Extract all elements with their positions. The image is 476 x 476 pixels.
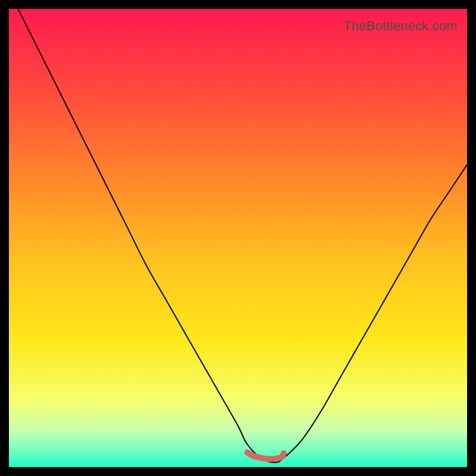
gradient-background (9, 9, 467, 467)
chart-svg (9, 9, 467, 467)
plot-area: TheBottleneck.com (9, 9, 467, 467)
watermark-text: TheBottleneck.com (343, 18, 458, 34)
chart-container: TheBottleneck.com (0, 0, 476, 476)
